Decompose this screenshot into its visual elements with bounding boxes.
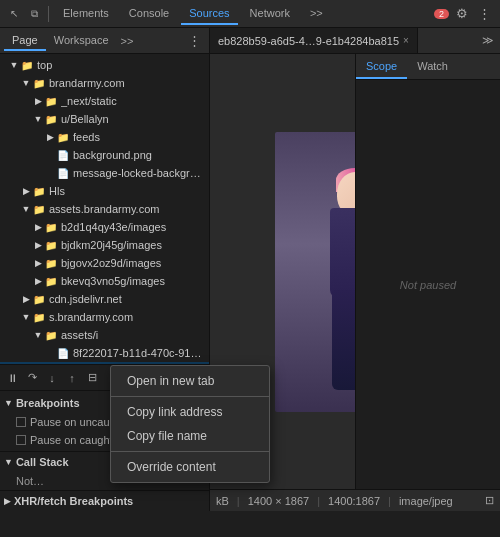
tree-item-img2[interactable]: ▶ 📁 bjdkm20j45g/images: [0, 236, 209, 254]
not-paused-text: Not paused: [400, 279, 456, 291]
xhr-title: XHR/fetch Breakpoints: [14, 495, 133, 507]
step-into-icon[interactable]: ↓: [44, 370, 60, 386]
tree-label: s.brandarmy.com: [49, 311, 133, 323]
context-open-new-tab[interactable]: Open in new tab: [111, 369, 269, 393]
debugger-panel: Scope Watch Not paused: [355, 54, 500, 489]
tree-item-file1[interactable]: 📄 8f222017-b11d-470c-91c…: [0, 344, 209, 362]
tree-item-next-static[interactable]: ▶ 📁 _next/static: [0, 92, 209, 110]
tree-arrow: ▼: [32, 113, 44, 125]
breakpoints-arrow: ▼: [4, 398, 13, 408]
image-dimensions: 1400 × 1867: [248, 495, 309, 507]
folder-icon: 📁: [44, 220, 58, 234]
tree-label: assets.brandarmy.com: [49, 203, 159, 215]
folder-icon: 📁: [32, 184, 46, 198]
file-tab-label: eb828b59-a6d5-4…9-e1b4284ba815: [218, 35, 399, 47]
breakpoint-checkbox[interactable]: [16, 435, 26, 445]
tree-arrow: ▶: [44, 131, 56, 143]
tree-item-hls[interactable]: ▶ 📁 Hls: [0, 182, 209, 200]
tree-label: background.png: [73, 149, 152, 161]
tab-console[interactable]: Console: [121, 3, 177, 25]
context-menu: Open in new tab Copy link address Copy f…: [110, 365, 270, 483]
context-separator-2: [111, 451, 269, 452]
folder-icon: 📁: [44, 256, 58, 270]
tree-label: b2d1q4qy43e/images: [61, 221, 166, 233]
file-icon: 📄: [56, 148, 70, 162]
tree-arrow: ▶: [32, 239, 44, 251]
image-type: image/jpeg: [399, 495, 453, 507]
folder-icon: 📁: [32, 202, 46, 216]
tree-item-msg-bg[interactable]: 📄 message-locked-backgrou…: [0, 164, 209, 182]
tree-item-bellalyn[interactable]: ▼ 📁 u/Bellalyn: [0, 110, 209, 128]
device-icon[interactable]: ⧉: [26, 6, 42, 22]
tree-arrow: ▼: [32, 329, 44, 341]
tree-item-assets-i[interactable]: ▼ 📁 assets/i: [0, 326, 209, 344]
breakpoints-title: Breakpoints: [16, 397, 80, 409]
tab-scope[interactable]: Scope: [356, 54, 407, 79]
tree-item-bg-png[interactable]: 📄 background.png: [0, 146, 209, 164]
folder-icon: 📁: [56, 130, 70, 144]
file-tab-active[interactable]: eb828b59-a6d5-4…9-e1b4284ba815 ×: [210, 28, 418, 53]
tree-label: cdn.jsdelivr.net: [49, 293, 122, 305]
context-copy-filename[interactable]: Copy file name: [111, 424, 269, 448]
settings-icon[interactable]: ⚙: [453, 6, 471, 21]
subtab-workspace[interactable]: Workspace: [46, 31, 117, 51]
tree-item-top[interactable]: ▼ 📁 top: [0, 56, 209, 74]
file-tab-close[interactable]: ×: [403, 35, 409, 46]
tree-arrow: ▶: [32, 257, 44, 269]
pause-icon[interactable]: ⏸: [4, 370, 20, 386]
context-override-content[interactable]: Override content: [111, 455, 269, 479]
file-tree[interactable]: ▼ 📁 top ▼ 📁 brandarmy.com ▶ 📁 _next/stat…: [0, 54, 209, 364]
tree-item-brandarmy[interactable]: ▼ 📁 brandarmy.com: [0, 74, 209, 92]
breakpoint-checkbox[interactable]: [16, 417, 26, 427]
cursor-icon[interactable]: ↖: [6, 6, 22, 22]
tree-item-img3[interactable]: ▶ 📁 bjgovx2oz9d/images: [0, 254, 209, 272]
xhr-arrow: ▶: [4, 496, 11, 506]
tree-item-s-brandarmy[interactable]: ▼ 📁 s.brandarmy.com: [0, 308, 209, 326]
tab-elements[interactable]: Elements: [55, 3, 117, 25]
folder-icon: 📁: [44, 238, 58, 252]
image-status-bar: kB | 1400 × 1867 | 1400:1867 | image/jpe…: [210, 489, 500, 511]
tab-arrow-icon[interactable]: ≫: [476, 34, 500, 47]
context-separator: [111, 396, 269, 397]
tree-label: assets/i: [61, 329, 98, 341]
tree-arrow: ▼: [20, 203, 32, 215]
step-over-icon[interactable]: ↷: [24, 370, 40, 386]
subtoolbar-dots[interactable]: ⋮: [184, 33, 205, 48]
folder-icon: 📁: [44, 112, 58, 126]
error-badge: 2: [434, 9, 449, 19]
tree-arrow: ▼: [8, 59, 20, 71]
tab-sources[interactable]: Sources: [181, 3, 237, 25]
tree-arrow: ▼: [20, 77, 32, 89]
tab-network[interactable]: Network: [242, 3, 298, 25]
file-tab-bar: eb828b59-a6d5-4…9-e1b4284ba815 × ≫: [210, 28, 500, 54]
tree-item-img4[interactable]: ▶ 📁 bkevq3vno5g/images: [0, 272, 209, 290]
folder-icon: 📁: [44, 94, 58, 108]
expand-icon[interactable]: ⊡: [485, 494, 494, 507]
step-out-icon[interactable]: ↑: [64, 370, 80, 386]
file-icon: 📄: [56, 166, 70, 180]
tab-watch[interactable]: Watch: [407, 54, 458, 79]
tree-label: bkevq3vno5g/images: [61, 275, 165, 287]
xhr-header[interactable]: ▶ XHR/fetch Breakpoints: [0, 491, 209, 511]
folder-icon: 📁: [44, 328, 58, 342]
tab-more[interactable]: >>: [302, 3, 331, 25]
debugger-tabs: Scope Watch: [356, 54, 500, 80]
subtab-more[interactable]: >>: [117, 35, 138, 47]
top-toolbar: ↖ ⧉ Elements Console Sources Network >> …: [0, 0, 500, 28]
context-copy-link[interactable]: Copy link address: [111, 400, 269, 424]
more-options-icon[interactable]: ⋮: [475, 6, 494, 21]
tree-label: feeds: [73, 131, 100, 143]
step-icon[interactable]: ⊟: [84, 370, 100, 386]
tree-item-cdn[interactable]: ▶ 📁 cdn.jsdelivr.net: [0, 290, 209, 308]
debugger-not-paused: Not paused: [356, 80, 500, 489]
tree-arrow: ▶: [32, 95, 44, 107]
tree-item-img1[interactable]: ▶ 📁 b2d1q4qy43e/images: [0, 218, 209, 236]
tree-item-assets-brandarmy[interactable]: ▼ 📁 assets.brandarmy.com: [0, 200, 209, 218]
tree-label: _next/static: [61, 95, 117, 107]
subtab-page[interactable]: Page: [4, 31, 46, 51]
tree-item-feeds[interactable]: ▶ 📁 feeds: [0, 128, 209, 146]
tree-label: message-locked-backgrou…: [73, 167, 205, 179]
call-stack-title: Call Stack: [16, 456, 69, 468]
folder-icon: 📁: [32, 76, 46, 90]
tree-arrow: ▶: [20, 185, 32, 197]
